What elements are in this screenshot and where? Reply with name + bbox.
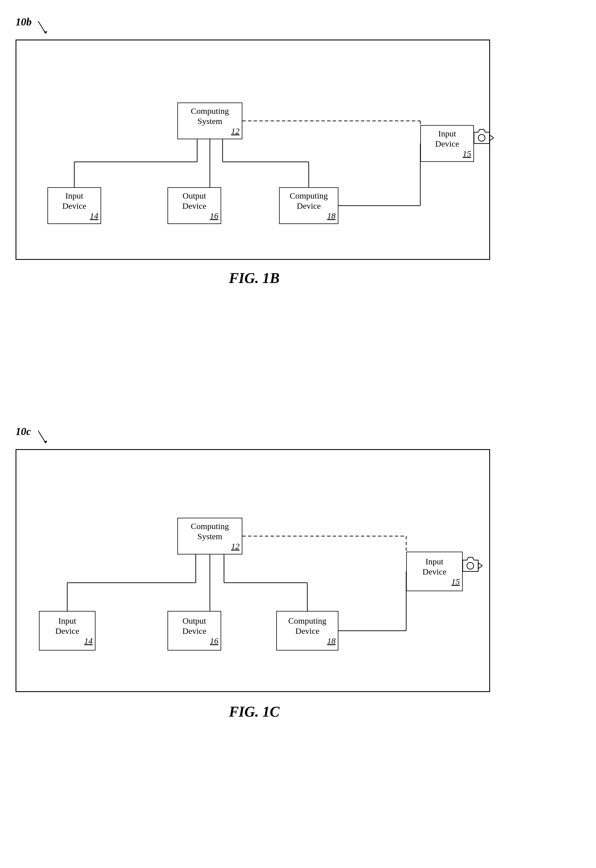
input-device-15-label-1c: InputDevice (423, 557, 447, 577)
input-device-14-num-1b: 14 (90, 211, 98, 221)
page: 10b ComputingSyst (0, 0, 596, 868)
computing-device-18-label-1b: ComputingDevice (289, 190, 328, 211)
input-device-15-num-1c: 15 (451, 577, 460, 586)
diagram-1b-lines (16, 40, 491, 261)
diagram-1b-frame: ComputingSystem 12 InputDevice 14 Output… (16, 40, 490, 260)
camera-icon-1c (463, 556, 482, 573)
input-device-15-1c: InputDevice 15 (406, 552, 463, 591)
input-device-14-num-1c: 14 (84, 636, 93, 646)
input-device-15-num-1b: 15 (463, 149, 471, 158)
input-device-14-1b: InputDevice 14 (47, 187, 101, 224)
camera-icon-1b (474, 128, 494, 145)
svg-line-0 (38, 21, 45, 32)
computing-device-18-label-1c: ComputingDevice (288, 616, 326, 636)
output-device-16-num-1c: 16 (210, 636, 218, 646)
fig-1c-caption: FIG. 1C (0, 703, 509, 720)
output-device-16-1b: OutputDevice 16 (168, 187, 221, 224)
output-device-16-num-1b: 16 (210, 211, 218, 221)
output-device-16-label-1b: OutputDevice (183, 190, 207, 211)
input-device-14-1c: InputDevice 14 (39, 611, 96, 651)
svg-marker-15 (490, 135, 494, 141)
svg-marker-31 (478, 563, 482, 568)
input-device-15-label-1b: InputDevice (435, 128, 459, 149)
output-device-16-1c: OutputDevice 16 (168, 611, 221, 651)
input-device-14-label-1c: InputDevice (55, 616, 80, 636)
ref-arrow-10b (16, 16, 49, 38)
computing-device-18-1b: ComputingDevice 18 (279, 187, 338, 224)
ref-arrow-10c (16, 425, 49, 448)
computing-system-12-1b: ComputingSystem 12 (177, 103, 242, 139)
computing-device-18-1c: ComputingDevice 18 (276, 611, 338, 651)
computing-system-num-1b: 12 (231, 126, 239, 136)
computing-system-label-1c: ComputingSystem (191, 521, 229, 542)
computing-system-label-1b: ComputingSystem (191, 106, 229, 126)
computing-device-18-num-1c: 18 (327, 636, 336, 646)
svg-point-14 (478, 134, 485, 141)
diagram-1c-frame: ComputingSystem 12 InputDevice 14 Output… (16, 449, 490, 692)
input-device-14-label-1b: InputDevice (62, 190, 86, 211)
computing-system-num-1c: 12 (231, 542, 239, 551)
computing-device-18-num-1b: 18 (327, 211, 336, 221)
fig-1b-caption: FIG. 1B (0, 270, 509, 286)
output-device-16-label-1c: OutputDevice (183, 616, 207, 636)
svg-point-30 (467, 562, 474, 569)
svg-line-16 (38, 431, 45, 442)
input-device-15-1b: InputDevice 15 (420, 125, 474, 162)
computing-system-12-1c: ComputingSystem 12 (177, 518, 242, 555)
